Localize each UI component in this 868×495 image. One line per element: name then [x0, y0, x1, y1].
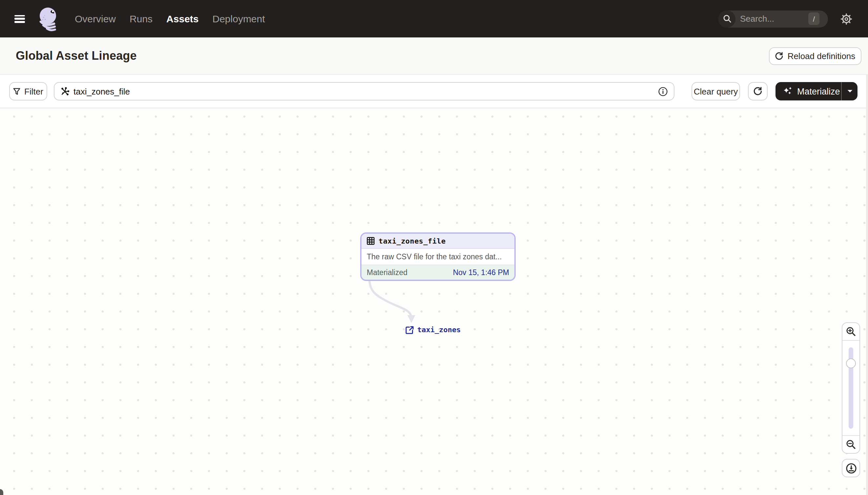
info-icon[interactable]: [658, 86, 668, 96]
materialize-button[interactable]: Materialize: [776, 82, 841, 100]
nav-tab-runs[interactable]: Runs: [129, 13, 153, 24]
asset-node-taxi-zones-link[interactable]: taxi_zones: [405, 326, 461, 334]
download-icon: [845, 462, 856, 474]
dagster-logo[interactable]: [35, 5, 60, 32]
page-header: Global Asset Lineage Reload definitions: [0, 37, 868, 75]
zoom-out-button[interactable]: [843, 435, 860, 453]
table-icon: [367, 237, 375, 245]
external-link-icon: [405, 326, 414, 334]
asset-node-taxi-zones-file[interactable]: taxi_zones_file The raw CSV file for the…: [360, 233, 516, 281]
dagster-octopus-icon: [35, 5, 60, 32]
page-title: Global Asset Lineage: [16, 49, 137, 63]
lineage-toolbar: Filter taxi_zones_file: [0, 75, 868, 108]
zoom-out-icon: [846, 439, 856, 450]
top-nav: Overview Runs Assets Deployment Search..…: [0, 0, 868, 37]
lineage-graph-canvas[interactable]: taxi_zones_file The raw CSV file for the…: [0, 109, 868, 495]
gear-icon[interactable]: [839, 12, 854, 26]
filter-button[interactable]: Filter: [9, 82, 47, 100]
refresh-graph-button[interactable]: [748, 82, 768, 100]
vertical-scrollbar[interactable]: [866, 75, 868, 495]
reload-definitions-label: Reload definitions: [787, 51, 855, 61]
clear-query-label: Clear query: [694, 86, 738, 96]
funnel-icon: [13, 88, 20, 95]
download-image-button[interactable]: [842, 459, 860, 477]
op-selector-icon: [60, 87, 70, 96]
nav-tabs: Overview Runs Assets Deployment: [75, 13, 265, 24]
refresh-icon: [775, 52, 784, 60]
reload-definitions-button[interactable]: Reload definitions: [769, 47, 862, 65]
materialized-timestamp: Nov 15, 1:46 PM: [453, 269, 509, 276]
sparkles-icon: [783, 86, 793, 97]
filter-label: Filter: [24, 86, 43, 96]
dagster-app: Overview Runs Assets Deployment Search..…: [0, 0, 868, 495]
downstream-node-label: taxi_zones: [417, 326, 461, 334]
materialize-label: Materialize: [797, 86, 840, 96]
zoom-slider-handle[interactable]: [846, 358, 856, 368]
materialize-button-group: Materialize: [776, 82, 857, 100]
zoom-in-button[interactable]: [843, 323, 860, 341]
zoom-in-icon: [846, 326, 856, 337]
caret-down-icon: [847, 89, 853, 93]
asset-node-description: The raw CSV file for the taxi zones dat.…: [361, 249, 514, 264]
materialized-status-label: Materialized: [367, 269, 407, 276]
zoom-controls: [842, 322, 860, 454]
global-search-input[interactable]: Search... /: [719, 10, 828, 27]
search-shortcut-badge: /: [808, 13, 819, 25]
refresh-icon: [753, 87, 762, 96]
nav-tab-overview[interactable]: Overview: [75, 13, 116, 24]
asset-node-title: taxi_zones_file: [378, 237, 446, 245]
asset-node-status-row: Materialized Nov 15, 1:46 PM: [361, 264, 514, 280]
clear-query-button[interactable]: Clear query: [692, 82, 740, 100]
search-icon: [719, 10, 736, 27]
search-placeholder: Search...: [740, 14, 808, 24]
asset-selection-input[interactable]: taxi_zones_file: [54, 82, 674, 100]
nav-right: Search... /: [719, 10, 854, 27]
asset-selection-value: taxi_zones_file: [73, 86, 658, 96]
nav-tab-deployment[interactable]: Deployment: [213, 13, 265, 24]
asset-node-header: taxi_zones_file: [361, 234, 514, 249]
zoom-slider[interactable]: [843, 341, 860, 435]
hamburger-menu-icon[interactable]: [14, 15, 25, 23]
materialize-dropdown-button[interactable]: [842, 82, 857, 100]
nav-tab-assets[interactable]: Assets: [166, 13, 198, 24]
